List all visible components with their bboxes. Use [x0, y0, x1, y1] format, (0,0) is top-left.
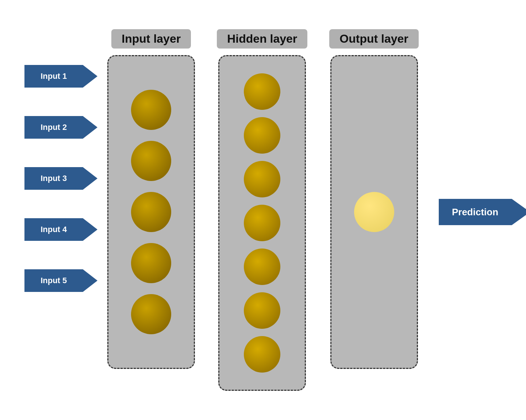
arrow-wrapper-5: Input 5	[24, 261, 97, 301]
input-4-label: Input 4	[24, 218, 83, 241]
output-layer-container: Output layer Prediction	[329, 29, 418, 369]
arrow-wrapper-2: Input 2	[24, 107, 97, 147]
input-neuron-4	[131, 243, 171, 283]
hidden-layer-label: Hidden layer	[217, 29, 307, 49]
input-4-arrowhead	[83, 218, 97, 241]
input-2-label: Input 2	[24, 116, 83, 139]
prediction-label: Prediction	[439, 199, 512, 225]
input-3-label: Input 3	[24, 167, 83, 190]
input-neuron-5	[131, 294, 171, 334]
hidden-layer-box	[218, 55, 306, 391]
output-layer-box: Prediction	[330, 55, 418, 369]
hidden-neuron-4	[244, 205, 280, 241]
input-arrow-3: Input 3	[24, 167, 97, 190]
prediction-arrowhead	[512, 199, 526, 225]
neural-network-diagram: Input layer Input 1 Input 2	[11, 19, 515, 402]
hidden-neuron-3	[244, 161, 280, 197]
hidden-neuron-1	[244, 73, 280, 110]
input-arrow-5: Input 5	[24, 269, 97, 292]
hidden-layer-container: Hidden layer	[217, 29, 307, 391]
input-arrow-4: Input 4	[24, 218, 97, 241]
layers-row: Input layer Input 1 Input 2	[107, 29, 419, 391]
input-layer-box: Input 1 Input 2 Input 3	[107, 55, 195, 369]
input-3-arrowhead	[83, 167, 97, 190]
prediction-arrow: Prediction	[439, 199, 526, 225]
input-neuron-1	[131, 90, 171, 130]
hidden-neuron-5	[244, 248, 280, 285]
arrow-wrapper-4: Input 4	[24, 209, 97, 250]
input-layer-label: Input layer	[111, 29, 191, 49]
hidden-neuron-6	[244, 292, 280, 329]
output-layer-label: Output layer	[329, 29, 418, 49]
input-5-label: Input 5	[24, 269, 83, 292]
hidden-neuron-7	[244, 336, 280, 373]
arrow-wrapper-1: Input 1	[24, 56, 97, 96]
input-2-arrowhead	[83, 116, 97, 139]
input-arrows: Input 1 Input 2 Input 3	[24, 56, 97, 301]
input-5-arrowhead	[83, 269, 97, 292]
arrow-wrapper-3: Input 3	[24, 158, 97, 199]
input-1-label: Input 1	[24, 65, 83, 88]
hidden-neuron-2	[244, 117, 280, 154]
output-neuron-1	[354, 192, 394, 232]
input-layer-container: Input layer Input 1 Input 2	[107, 29, 195, 369]
input-arrow-2: Input 2	[24, 116, 97, 139]
input-neuron-2	[131, 141, 171, 181]
input-arrow-1: Input 1	[24, 65, 97, 88]
input-1-arrowhead	[83, 65, 97, 88]
input-neuron-3	[131, 192, 171, 232]
